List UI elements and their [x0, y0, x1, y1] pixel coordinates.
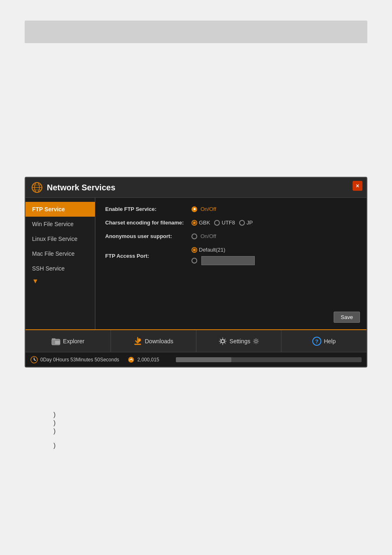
anon-label: Anonymous user support:: [105, 233, 191, 239]
svg-text:?: ?: [315, 338, 318, 345]
charset-jp-label: JP: [247, 220, 253, 226]
charset-row: Charset encoding for filename: GBK UTF8: [105, 220, 357, 226]
status-time: 0Day 0Hours 53Minutes 50Seconds: [30, 356, 119, 363]
clock-icon: [30, 356, 38, 363]
downloads-icon: !: [133, 337, 142, 346]
taskbar-downloads[interactable]: ! Downloads: [111, 330, 196, 352]
taskbar-explorer[interactable]: Explorer: [25, 330, 111, 352]
settings-gear-icon: [253, 338, 259, 345]
svg-line-17: [34, 360, 36, 361]
network-icon: [31, 182, 43, 193]
ftp-enable-radio-on[interactable]: [191, 206, 197, 212]
anon-row: Anonymous user support: On/Off: [105, 233, 357, 239]
ftp-enable-onoff-text: On/Off: [201, 206, 216, 212]
paren-2: ): [53, 419, 55, 427]
taskbar-help[interactable]: ? Help: [281, 330, 367, 352]
svg-text:!: !: [139, 339, 140, 342]
port-custom-input[interactable]: [201, 256, 255, 265]
charset-gbk-option[interactable]: GBK: [191, 220, 210, 226]
status-time-text: 0Day 0Hours 53Minutes 50Seconds: [40, 357, 119, 363]
status-progress-bar: [176, 357, 362, 362]
port-custom-radio[interactable]: [191, 258, 197, 264]
taskbar-downloads-label: Downloads: [145, 338, 173, 345]
sidebar-item-mac[interactable]: Mac File Service: [25, 246, 95, 261]
status-value: 2,000,015: [127, 356, 159, 363]
port-control: Default(21): [191, 247, 255, 265]
port-row: FTP Access Port: Default(21): [105, 247, 357, 265]
sidebar-item-ssh[interactable]: SSH Service: [25, 261, 95, 276]
port-custom-option[interactable]: [191, 256, 255, 265]
paren-3: ): [53, 428, 55, 435]
content-panel: Enable FTP Service: On/Off Charset encod…: [95, 198, 367, 329]
ftp-enable-control: On/Off: [191, 206, 216, 212]
taskbar-help-label: Help: [324, 338, 336, 345]
sidebar-item-ftp[interactable]: FTP Service: [25, 202, 95, 217]
ftp-enable-label: Enable FTP Service:: [105, 206, 191, 212]
speed-icon: [127, 356, 135, 363]
anon-onoff-text: On/Off: [201, 233, 216, 239]
top-bar: [25, 21, 367, 43]
close-button[interactable]: ×: [353, 181, 362, 191]
taskbar: Explorer ! Downloads Settings: [25, 329, 367, 352]
save-button[interactable]: Save: [334, 312, 360, 323]
charset-jp-option[interactable]: JP: [239, 220, 253, 226]
charset-control: GBK UTF8 JP: [191, 220, 253, 226]
dialog-body: FTP Service Win File Service Linux File …: [25, 198, 367, 329]
port-label: FTP Access Port:: [105, 253, 191, 259]
charset-label: Charset encoding for filename:: [105, 220, 191, 226]
svg-rect-7: [55, 341, 60, 344]
svg-rect-6: [52, 338, 55, 340]
ftp-enable-row: Enable FTP Service: On/Off: [105, 206, 357, 212]
port-default-option[interactable]: Default(21): [191, 247, 255, 253]
charset-utf8-label: UTF8: [221, 220, 235, 226]
sidebar-arrow: ▼: [25, 276, 95, 287]
help-icon: ?: [312, 337, 321, 346]
paren-1: ): [53, 411, 55, 419]
network-services-dialog: Network Services × FTP Service Win File …: [25, 177, 367, 368]
taskbar-settings[interactable]: Settings: [196, 330, 282, 352]
svg-rect-8: [134, 344, 141, 345]
settings-icon: [218, 337, 227, 346]
sidebar-item-win[interactable]: Win File Service: [25, 217, 95, 231]
taskbar-explorer-label: Explorer: [63, 338, 84, 345]
port-default-label: Default(21): [199, 247, 225, 253]
dialog-titlebar: Network Services ×: [25, 178, 367, 198]
explorer-icon: [51, 337, 60, 346]
anon-radio[interactable]: [191, 234, 197, 239]
anon-control: On/Off: [191, 233, 216, 239]
status-value-text: 2,000,015: [137, 357, 159, 363]
taskbar-settings-label: Settings: [230, 338, 251, 345]
charset-utf8-option[interactable]: UTF8: [214, 220, 235, 226]
sidebar-item-linux[interactable]: Linux File Service: [25, 231, 95, 246]
charset-gbk-label: GBK: [199, 220, 210, 226]
svg-point-12: [255, 340, 257, 342]
sidebar: FTP Service Win File Service Linux File …: [25, 198, 95, 329]
paren-4: ): [53, 442, 55, 449]
statusbar: 0Day 0Hours 53Minutes 50Seconds 2,000,01…: [25, 352, 367, 367]
svg-point-11: [221, 340, 224, 343]
dialog-title: Network Services: [47, 183, 115, 192]
